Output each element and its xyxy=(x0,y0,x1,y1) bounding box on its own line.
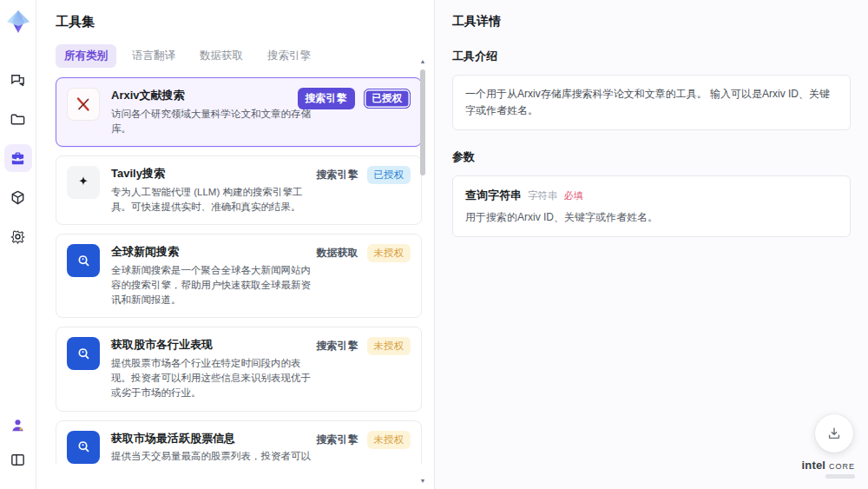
search-app-icon xyxy=(67,337,100,370)
sidebar-item-settings[interactable] xyxy=(4,222,32,250)
icon-rail xyxy=(0,0,36,489)
category-label: 搜索引擎 xyxy=(317,168,358,182)
app-logo-icon xyxy=(5,9,31,35)
intro-text: 一个用于从Arxiv存储库搜索科学论文和文章的工具。 输入可以是Arxiv ID… xyxy=(465,88,830,116)
param-required-label: 必填 xyxy=(564,189,583,202)
list-scrollbar: ▲ ▼ xyxy=(418,57,427,486)
folder-icon xyxy=(10,111,26,128)
user-avatar-button[interactable] xyxy=(4,411,32,439)
sidebar-item-chat[interactable] xyxy=(4,66,32,94)
tool-card-sector-performance[interactable]: 获取股市各行业表现 提供股票市场各个行业在特定时间段内的表现。投资者可以利用这些… xyxy=(56,327,422,411)
param-box: 查询字符串 字符串 必填 用于搜索的Arxiv ID、关键字或作者姓名。 xyxy=(452,175,851,237)
tool-name: 获取市场最活跃股票信息 xyxy=(111,431,313,446)
arxiv-icon xyxy=(67,88,100,121)
param-desc: 用于搜索的Arxiv ID、关键字或作者姓名。 xyxy=(465,209,838,225)
sidebar-item-packages[interactable] xyxy=(4,183,32,211)
status-badge: 已授权 xyxy=(367,166,411,184)
tool-name: Tavily搜索 xyxy=(111,166,313,182)
brand-core-text: core xyxy=(829,459,855,472)
tool-name: 全球新闻搜索 xyxy=(111,244,313,260)
panel-toggle-icon xyxy=(10,452,26,468)
tool-desc: 提供股票市场各个行业在特定时间段内的表现。投资者可以利用这些信息来识别表现优于或… xyxy=(111,356,313,401)
tab-data-fetch[interactable]: 数据获取 xyxy=(191,44,252,68)
tool-card-tavily[interactable]: Tavily搜索 专为人工智能代理 (LLM) 构建的搜索引擎工具。可快速提供实… xyxy=(56,155,422,225)
details-title: 工具详情 xyxy=(452,14,851,30)
search-app-icon xyxy=(67,431,100,464)
status-badge: 未授权 xyxy=(367,337,411,355)
user-icon xyxy=(10,417,26,433)
collapse-panel-button[interactable] xyxy=(4,446,32,473)
sparkle-icon xyxy=(67,166,100,199)
tool-desc: 提供当天交易量最高的股票列表，投资者可以利用这些信息来识别流动性强的股票和潜在的… xyxy=(111,449,313,464)
param-name: 查询字符串 xyxy=(465,188,522,203)
status-badge: 已授权 xyxy=(364,89,411,109)
status-badge: 未授权 xyxy=(367,244,411,262)
tool-card-active-stocks[interactable]: 获取市场最活跃股票信息 提供当天交易量最高的股票列表，投资者可以利用这些信息来识… xyxy=(56,420,422,464)
sidebar-item-tools[interactable] xyxy=(4,144,32,172)
intel-core-logo: intel core xyxy=(801,459,855,479)
status-badge: 未授权 xyxy=(367,431,411,449)
tab-translation[interactable]: 语言翻译 xyxy=(123,44,184,68)
scroll-track[interactable] xyxy=(419,66,426,477)
tab-search-engine[interactable]: 搜索引擎 xyxy=(259,44,319,68)
toolbox-icon xyxy=(10,150,26,167)
intro-heading: 工具介绍 xyxy=(452,49,851,64)
tool-desc: 全球新闻搜索是一个聚合全球各大新闻网站内容的搜索引擎，帮助用户快速获取全球最新资… xyxy=(111,263,313,308)
tool-list: Arxiv文献搜索 访问各个研究领域大量科学论文和文章的存储库。 搜索引擎 已授… xyxy=(56,77,422,464)
scroll-up-arrow[interactable]: ▲ xyxy=(420,57,426,66)
page-title: 工具集 xyxy=(56,14,434,30)
intro-box: 一个用于从Arxiv存储库搜索科学论文和文章的工具。 输入可以是Arxiv ID… xyxy=(452,75,851,130)
download-button[interactable] xyxy=(815,414,853,453)
gear-icon xyxy=(10,228,26,245)
tool-name: Arxiv文献搜索 xyxy=(111,88,313,103)
tool-list-panel: 工具集 所有类别 语言翻译 数据获取 搜索引擎 Arxiv文献搜索 访问各个研究… xyxy=(36,0,434,489)
tab-all-categories[interactable]: 所有类别 xyxy=(56,44,116,68)
category-badge: 搜索引擎 xyxy=(298,88,355,109)
category-label: 搜索引擎 xyxy=(317,433,358,447)
brand-intel-text: intel xyxy=(801,459,825,472)
rail-nav xyxy=(4,66,32,261)
brand-sub-bar xyxy=(825,474,855,479)
scroll-down-arrow[interactable]: ▼ xyxy=(420,477,426,486)
search-app-icon xyxy=(67,244,100,277)
tool-details-panel: 工具详情 工具介绍 一个用于从Arxiv存储库搜索科学论文和文章的工具。 输入可… xyxy=(434,0,868,489)
category-label: 数据获取 xyxy=(317,246,358,261)
rail-bottom xyxy=(4,411,32,480)
app-window: 工具集 所有类别 语言翻译 数据获取 搜索引擎 Arxiv文献搜索 访问各个研究… xyxy=(0,0,868,489)
chat-icon xyxy=(10,72,26,89)
tool-card-arxiv[interactable]: Arxiv文献搜索 访问各个研究领域大量科学论文和文章的存储库。 搜索引擎 已授… xyxy=(56,77,422,147)
category-tabs: 所有类别 语言翻译 数据获取 搜索引擎 xyxy=(56,44,434,68)
tool-desc: 访问各个研究领域大量科学论文和文章的存储库。 xyxy=(111,107,313,137)
tool-card-global-news[interactable]: 全球新闻搜索 全球新闻搜索是一个聚合全球各大新闻网站内容的搜索引擎，帮助用户快速… xyxy=(56,234,422,318)
params-heading: 参数 xyxy=(452,149,851,165)
param-type: 字符串 xyxy=(528,189,558,202)
package-icon xyxy=(10,189,26,206)
download-icon xyxy=(826,426,842,441)
sidebar-item-files[interactable] xyxy=(4,105,32,133)
tool-desc: 专为人工智能代理 (LLM) 构建的搜索引擎工具。可快速提供实时、准确和真实的结… xyxy=(111,185,313,215)
category-label: 搜索引擎 xyxy=(317,339,358,354)
tool-name: 获取股市各行业表现 xyxy=(111,337,313,353)
scroll-thumb[interactable] xyxy=(420,69,425,175)
